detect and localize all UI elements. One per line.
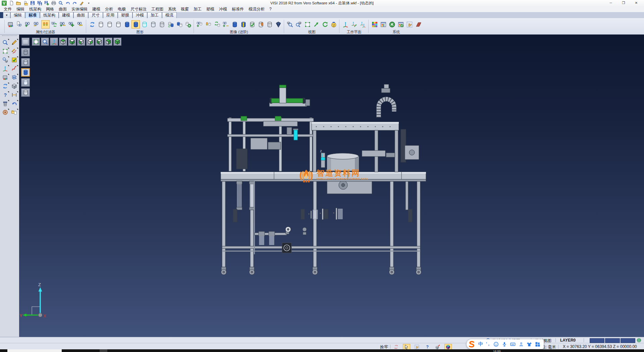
adv-striped-icon[interactable] [239, 20, 248, 29]
delete-trash-icon[interactable] [1, 100, 9, 107]
open-folder-icon[interactable] [15, 1, 21, 6]
extract-box-icon[interactable] [434, 344, 441, 350]
pan-arrow-icon[interactable] [312, 20, 320, 29]
mic-icon[interactable] [502, 342, 507, 347]
menu-help[interactable]: ? [267, 6, 274, 12]
zoom-window-icon[interactable] [294, 20, 303, 29]
confirm-check-icon[interactable] [10, 56, 18, 64]
glass-grid-icon[interactable] [10, 74, 18, 81]
taskbar-search-box[interactable] [7, 349, 62, 352]
display-translucent-button[interactable] [21, 78, 30, 87]
adv-shield-icon[interactable] [274, 20, 282, 29]
document-eye-icon[interactable] [15, 20, 23, 29]
menu-analysis[interactable]: 分析 [103, 6, 115, 12]
menu-edit[interactable]: 编辑 [14, 6, 27, 12]
menu-flow-analysis[interactable]: 模流分析 [246, 6, 267, 12]
help-question-icon[interactable] [1, 91, 9, 99]
menu-drawing[interactable]: 工程图 [149, 6, 166, 12]
adv-check-icon[interactable] [248, 20, 256, 29]
tab-dropdown-button[interactable]: ▼ [3, 12, 10, 18]
view-menu-button[interactable] [21, 38, 30, 46]
panel-colors-icon[interactable] [379, 20, 387, 29]
zoom-plus-icon[interactable] [286, 20, 294, 29]
adv-refresh-icon[interactable] [213, 20, 221, 29]
tab-dimension[interactable]: 尺寸 [88, 12, 103, 18]
refresh-icon[interactable] [1, 82, 9, 90]
cube-left-view-button[interactable] [95, 38, 103, 46]
cube-back-left-view-button[interactable] [77, 38, 85, 46]
menu-surface[interactable]: 曲面 [56, 6, 69, 12]
minimize-button[interactable]: ─ [604, 0, 617, 6]
filter-trafficlight-icon[interactable] [41, 20, 50, 29]
keyboard-icon[interactable] [510, 342, 516, 347]
adv-show-icon[interactable] [196, 20, 204, 29]
save-icon[interactable] [30, 1, 35, 6]
restore-button[interactable]: ❐ [617, 0, 630, 6]
zoom-solid-icon[interactable] [1, 56, 9, 64]
show-plus-icon[interactable] [24, 20, 32, 29]
cylinder-hatched-icon[interactable] [158, 20, 166, 29]
workplane-triad-icon[interactable] [341, 20, 350, 29]
menu-modeling[interactable]: 建模 [90, 6, 103, 12]
menu-dimension[interactable]: 尺寸标注 [128, 6, 149, 12]
measure-icon[interactable] [10, 91, 18, 99]
more-dropdown-icon[interactable]: ▾ [86, 1, 92, 6]
add-filter-icon[interactable] [67, 20, 76, 29]
close-button[interactable]: ✕ [630, 0, 643, 6]
panel-settings-icon[interactable] [396, 20, 405, 29]
workplane-multi-icon[interactable] [359, 20, 367, 29]
tab-application[interactable]: 应用 [103, 12, 118, 18]
sidebar-grip[interactable] [2, 35, 17, 38]
ime-logo-icon[interactable] [468, 341, 475, 348]
workplane-move-icon[interactable] [350, 20, 358, 29]
menu-wireframe[interactable]: 线架构 [27, 6, 44, 12]
cylinder-shaded-active-icon[interactable] [131, 20, 140, 29]
cylinder-wireframe3-icon[interactable] [114, 20, 122, 29]
adv-wire-icon[interactable] [265, 20, 274, 29]
tab-standard[interactable]: 标准 [25, 12, 40, 18]
cylinder-wireframe2-icon[interactable] [105, 20, 114, 29]
regen-disabled-icon[interactable] [392, 344, 400, 350]
regen-icon[interactable] [88, 20, 96, 29]
remove-filter-icon[interactable] [76, 20, 85, 29]
refresh-visibility-icon[interactable] [50, 20, 58, 29]
menu-standard-parts[interactable]: 标准件 [229, 6, 246, 12]
new-document-icon[interactable] [8, 1, 14, 6]
status-layer[interactable]: LAYER0 [560, 338, 576, 343]
spline-icon[interactable] [10, 65, 18, 73]
adv-shaded-icon[interactable] [230, 20, 239, 29]
person-tools-icon[interactable] [519, 342, 524, 347]
cylinder-pair-icon[interactable] [175, 20, 183, 29]
tab-flow[interactable]: 模流 [162, 12, 177, 18]
solid-cube-icon[interactable] [10, 82, 18, 90]
tab-modeling[interactable]: 建模 [59, 12, 73, 18]
workplane-axis-button[interactable] [50, 38, 58, 46]
tab-die[interactable]: 冲模 [132, 12, 147, 18]
cylinder-shaded-icon[interactable] [123, 20, 131, 29]
display-shaded-button[interactable] [21, 68, 30, 77]
cube-isometric-view-button[interactable] [113, 38, 121, 46]
cylinder-wireframe-icon[interactable] [97, 20, 105, 29]
tab-machining[interactable]: 加工 [147, 12, 162, 18]
dynamic-cube-icon[interactable] [444, 344, 452, 350]
menu-die[interactable]: 冲模 [217, 6, 229, 12]
tab-mold[interactable]: 塑膜 [118, 12, 132, 18]
undo-icon[interactable] [65, 1, 70, 6]
import-export-icon[interactable] [44, 1, 49, 6]
menu-electrode[interactable]: 电极 [115, 6, 128, 12]
rotate-view-icon[interactable] [321, 20, 329, 29]
toggle-visibility-icon[interactable] [59, 20, 67, 29]
color-grid-icon[interactable] [370, 20, 379, 29]
save-all-icon[interactable] [37, 1, 42, 6]
visi-logo-icon[interactable]: V [1, 1, 7, 6]
grid-slate-icon[interactable] [414, 20, 422, 29]
copy-document-icon[interactable] [22, 1, 28, 6]
menu-window[interactable]: 视窗 [178, 6, 191, 12]
axis-triad-icon[interactable] [1, 65, 9, 73]
print-icon[interactable] [51, 1, 56, 6]
cylinder-recycle-icon[interactable] [166, 20, 175, 29]
menu-system[interactable]: 系统 [166, 6, 178, 12]
layer-palette-icon[interactable] [1, 74, 9, 81]
display-hatched-button[interactable] [21, 88, 30, 97]
cube-back-right-view-button[interactable] [104, 38, 112, 46]
